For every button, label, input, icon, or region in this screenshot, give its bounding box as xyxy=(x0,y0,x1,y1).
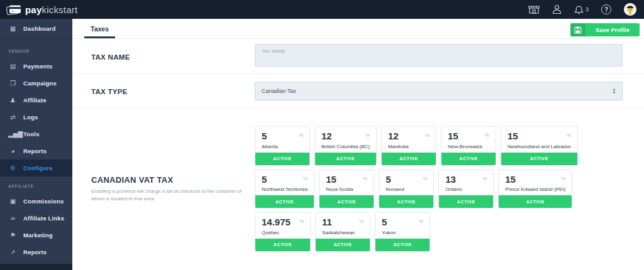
sidebar-item-marketing[interactable]: ⚑Marketing xyxy=(0,227,72,244)
sidebar-item-label: Commissions xyxy=(23,198,64,205)
province-active-button[interactable]: ACTIVE xyxy=(441,153,496,165)
province-name: Prince Edward Island (PEI) xyxy=(505,186,565,192)
select-arrows-icon: ▲▼ xyxy=(613,88,616,94)
province-rate-line: 5% xyxy=(262,175,308,185)
province-name: Saskatchewan xyxy=(322,230,364,235)
credit-card-logo-icon xyxy=(6,4,21,15)
province-tax-rate: 5 xyxy=(262,131,267,142)
bell-icon[interactable]: 3 xyxy=(574,4,589,14)
province-card-body: 5%Nunavut xyxy=(379,170,433,196)
tax-name-label: TAX NAME xyxy=(91,53,130,61)
percent-sign: % xyxy=(485,132,489,138)
province-card-body: 15%Newfoundland and Labrador xyxy=(501,127,577,153)
province-rate-line: 11% xyxy=(322,217,364,228)
grid-icon: ▦ xyxy=(8,26,18,32)
province-tax-rate: 15 xyxy=(505,175,516,185)
province-rate-line: 5% xyxy=(382,217,423,228)
store-icon[interactable] xyxy=(528,4,540,14)
province-tax-rate: 5 xyxy=(386,175,391,185)
province-active-button[interactable]: ACTIVE xyxy=(255,195,314,208)
province-rate-line: 5% xyxy=(262,131,303,142)
province-card-body: 14.975%Québec xyxy=(255,213,310,239)
sidebar-item-reports[interactable]: ◕Reports xyxy=(0,143,72,159)
province-tax-card: 15%Nova ScotiaACTIVE xyxy=(319,170,374,209)
province-active-button[interactable]: ACTIVE xyxy=(316,239,370,251)
province-name: Québec xyxy=(262,230,304,235)
province-tax-card: 5%AlbertaACTIVE xyxy=(255,126,310,166)
province-tax-card: 11%SaskatchewanACTIVE xyxy=(315,212,370,252)
tax-name-field-col xyxy=(255,44,623,69)
sidebar-item-label: Reports xyxy=(23,249,47,256)
province-name: Nova Scotia xyxy=(326,186,367,192)
sidebar-item-reports-aff[interactable]: ↗Reports xyxy=(0,244,72,261)
sidebar-section-label: AFFILIATE xyxy=(0,176,72,193)
percent-sign: % xyxy=(419,219,423,224)
province-name: New-Brunswick xyxy=(448,144,489,149)
province-tax-rate: 15 xyxy=(448,131,458,142)
bar-chart-icon: ▂▅▇ xyxy=(8,131,18,138)
percent-sign: % xyxy=(363,176,367,181)
avatar[interactable] xyxy=(624,3,636,16)
percent-sign: % xyxy=(561,176,565,181)
sidebar-item-commissions[interactable]: ▣Commissions xyxy=(0,193,72,210)
sidebar-item-label: Marketing xyxy=(23,232,53,239)
province-name: Ontario xyxy=(445,186,487,192)
percent-sign: % xyxy=(425,132,430,138)
province-card-body: 11%Saskatchewan xyxy=(316,213,370,239)
sidebar-item-campaigns[interactable]: ❐Campaigns xyxy=(0,75,72,92)
percent-sign: % xyxy=(567,132,571,138)
province-active-button[interactable]: ACTIVE xyxy=(255,153,309,165)
topbar-icons: 3 ? xyxy=(528,3,636,16)
tab-taxes[interactable]: Taxes xyxy=(84,19,115,38)
topbar: paykickstart 3 ? xyxy=(0,0,644,19)
province-active-button[interactable]: ACTIVE xyxy=(319,195,374,208)
province-active-button[interactable]: ACTIVE xyxy=(439,195,493,208)
window-icon: ❐ xyxy=(8,80,18,87)
tax-name-input[interactable] xyxy=(255,44,623,67)
province-name: British Columbia (BC) xyxy=(321,144,370,149)
sidebar-item-affiliate-links[interactable]: ∞Affiliate Links xyxy=(0,210,72,227)
tab-bar: Taxes Save Profile xyxy=(72,19,644,39)
tax-type-select[interactable]: Canadian Tax ▲▼ xyxy=(255,82,623,100)
percent-sign: % xyxy=(303,176,308,181)
province-active-button[interactable]: ACTIVE xyxy=(382,153,436,165)
percent-sign: % xyxy=(365,132,370,138)
province-tax-rate: 11 xyxy=(322,217,332,228)
tax-type-row: TAX TYPE Canadian Tax ▲▼ xyxy=(72,74,644,108)
province-active-button[interactable]: ACTIVE xyxy=(499,195,572,208)
province-rate-line: 14.975% xyxy=(262,217,304,228)
sidebar-item-tools[interactable]: ▂▅▇Tools xyxy=(0,126,72,143)
province-active-button[interactable]: ACTIVE xyxy=(315,153,376,165)
province-card-body: 15%Prince Edward Island (PEI) xyxy=(499,170,572,196)
province-card-body: 13%Ontario xyxy=(439,170,493,196)
sidebar-item-dashboard[interactable]: ▦Dashboard xyxy=(0,19,72,39)
help-icon[interactable]: ? xyxy=(601,4,611,14)
sidebar-item-configure[interactable]: ⚙Configure xyxy=(0,159,72,176)
users-icon: ♟ xyxy=(8,97,18,104)
vat-field-col: 5%AlbertaACTIVE12%British Columbia (BC)A… xyxy=(255,126,623,252)
save-profile-label: Save Profile xyxy=(586,23,640,36)
tax-type-label: TAX TYPE xyxy=(91,88,128,95)
cart-icon: ⚑ xyxy=(8,232,18,239)
province-tax-card: 5%NunavutACTIVE xyxy=(379,170,434,209)
link-icon: ∞ xyxy=(8,215,18,222)
canadian-vat-row: CANADIAN VAT TAX Enabling a province wil… xyxy=(72,108,644,270)
province-card-body: 5%Northwest Territories xyxy=(255,170,314,196)
sidebar-section-label: VENDOR xyxy=(0,41,72,58)
province-active-button[interactable]: ACTIVE xyxy=(255,239,310,251)
province-tax-card: 5%YukonACTIVE xyxy=(375,212,430,252)
province-active-button[interactable]: ACTIVE xyxy=(375,239,430,251)
province-tax-card: 15%Newfoundland and LabradorACTIVE xyxy=(501,126,578,166)
save-profile-button[interactable]: Save Profile xyxy=(570,23,640,36)
sidebar-item-logs[interactable]: ⇄Logs xyxy=(0,109,72,126)
province-rate-line: 15% xyxy=(326,175,367,185)
province-name: Manitoba xyxy=(388,144,430,149)
province-active-button[interactable]: ACTIVE xyxy=(501,153,577,165)
sidebar-item-payments[interactable]: ▤Payments xyxy=(0,58,72,75)
user-icon[interactable] xyxy=(552,4,562,14)
percent-sign: % xyxy=(299,132,303,138)
province-card-body: 5%Alberta xyxy=(255,127,309,153)
sidebar-item-affiliate[interactable]: ♟Affiliate xyxy=(0,92,72,109)
brand-logo[interactable]: paykickstart xyxy=(6,4,77,15)
province-active-button[interactable]: ACTIVE xyxy=(379,195,433,208)
